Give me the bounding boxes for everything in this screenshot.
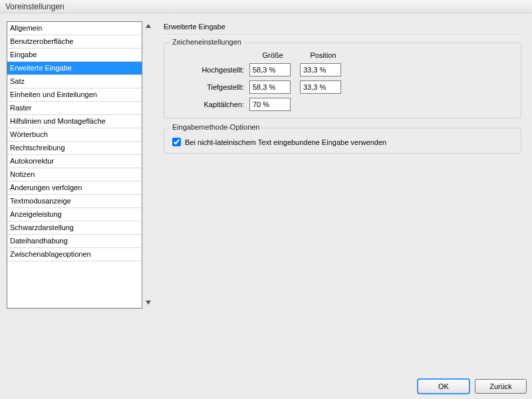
sidebar-item-0[interactable]: Allgemein bbox=[7, 22, 142, 35]
svg-marker-0 bbox=[146, 24, 151, 28]
sidebar-item-4[interactable]: Satz bbox=[7, 75, 142, 88]
sidebar-item-9[interactable]: Rechtschreibung bbox=[7, 142, 142, 155]
ok-button[interactable]: OK bbox=[418, 379, 469, 394]
char-settings-label: Zeicheneinstellungen bbox=[170, 38, 244, 46]
sidebar-item-15[interactable]: Schwarzdarstellung bbox=[7, 221, 142, 235]
svg-marker-1 bbox=[146, 301, 151, 305]
subscript-size-input[interactable] bbox=[249, 80, 291, 94]
sidebar-item-13[interactable]: Textmodusanzeige bbox=[7, 195, 142, 208]
inline-input-checkbox[interactable] bbox=[172, 138, 181, 146]
smallcaps-size-input[interactable] bbox=[249, 98, 291, 111]
superscript-position-input[interactable] bbox=[300, 63, 341, 76]
superscript-size-input[interactable] bbox=[249, 63, 291, 76]
category-list[interactable]: AllgemeinBenutzeroberflächeEingabeErweit… bbox=[7, 21, 142, 309]
sidebar-item-5[interactable]: Einheiten und Einteilungen bbox=[7, 88, 142, 102]
sidebar-item-14[interactable]: Anzeigeleistung bbox=[7, 208, 142, 221]
sidebar-item-17[interactable]: Zwischenablageoptionen bbox=[7, 248, 142, 261]
scroll-down-icon[interactable] bbox=[144, 298, 153, 307]
sidebar-item-3[interactable]: Erweiterte Eingabe bbox=[7, 62, 142, 75]
ime-options-group: Eingabemethode-Optionen Bei nicht-latein… bbox=[164, 128, 521, 154]
inline-input-label[interactable]: Bei nicht-lateinischem Text eingebundene… bbox=[185, 138, 386, 146]
sidebar-item-2[interactable]: Eingabe bbox=[7, 49, 142, 62]
sidebar-item-11[interactable]: Notizen bbox=[7, 168, 142, 182]
sidebar-item-12[interactable]: Änderungen verfolgen bbox=[7, 182, 142, 195]
label-subscript: Tiefgestellt: bbox=[172, 83, 245, 91]
ime-options-label: Eingabemethode-Optionen bbox=[170, 123, 262, 131]
subscript-position-input[interactable] bbox=[300, 80, 341, 94]
sidebar-item-16[interactable]: Dateihandhabung bbox=[7, 235, 142, 248]
sidebar-item-10[interactable]: Autokorrektur bbox=[7, 155, 142, 168]
label-smallcaps: Kapitälchen: bbox=[172, 100, 245, 108]
sidebar-item-1[interactable]: Benutzeroberfläche bbox=[7, 35, 142, 49]
header-size: Größe bbox=[249, 51, 296, 59]
scroll-up-icon[interactable] bbox=[144, 21, 153, 31]
sidebar-item-7[interactable]: Hilfslinien und Montagefläche bbox=[7, 115, 142, 128]
sidebar-item-6[interactable]: Raster bbox=[7, 102, 142, 115]
sidebar-item-8[interactable]: Wörterbuch bbox=[7, 128, 142, 142]
back-button[interactable]: Zurück bbox=[475, 379, 527, 394]
header-position: Position bbox=[300, 51, 346, 59]
label-superscript: Hochgestellt: bbox=[172, 66, 245, 74]
page-title: Erweiterte Eingabe bbox=[164, 21, 521, 35]
char-settings-group: Zeicheneinstellungen Größe Position Hoch… bbox=[164, 43, 521, 118]
window-title: Voreinstellungen bbox=[0, 0, 532, 13]
